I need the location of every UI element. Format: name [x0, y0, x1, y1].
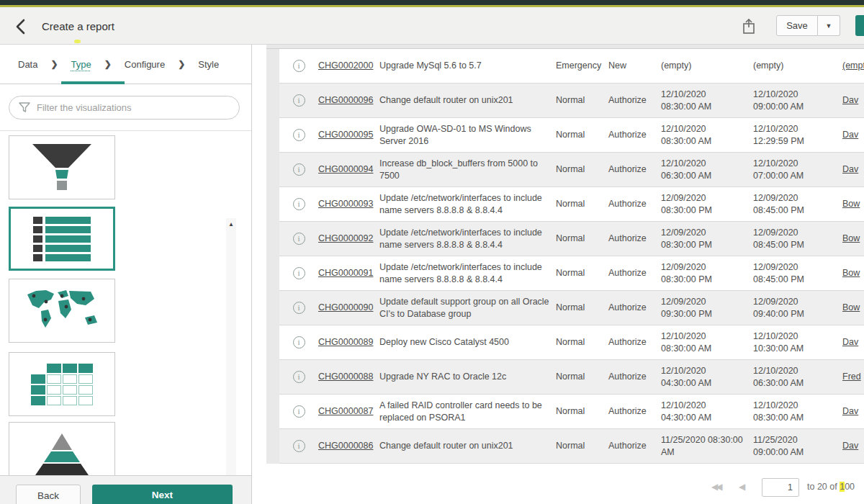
info-icon[interactable]: i	[293, 233, 305, 245]
funnel-chart-icon	[26, 143, 98, 193]
info-icon[interactable]: i	[293, 371, 305, 383]
change-number-link[interactable]: CHG0002000	[318, 60, 379, 72]
table-row: i CHG0000096 Change default router on un…	[279, 84, 864, 118]
short-description: Increase db_block_buffers from 5000 to 7…	[379, 158, 556, 181]
priority-value: Normal	[556, 371, 608, 383]
assignee-link[interactable]: Dav	[842, 405, 864, 418]
change-number-link[interactable]: CHG0000093	[318, 198, 379, 210]
state-value: Authorize	[608, 371, 661, 383]
state-value: Authorize	[608, 336, 661, 348]
viz-pyramid[interactable]	[9, 422, 115, 475]
info-icon[interactable]: i	[293, 405, 305, 418]
start-date-value: 12/09/2020 09:30:00 PM	[661, 296, 753, 320]
short-description: Change default router on unix201	[379, 440, 556, 452]
short-description: Upgrade NY RAC to Oracle 12c	[379, 371, 556, 383]
info-icon[interactable]: i	[293, 94, 305, 107]
next-button[interactable]: Next	[92, 485, 233, 504]
step-type[interactable]: Type	[71, 59, 91, 70]
change-number-link[interactable]: CHG0000094	[318, 163, 379, 176]
info-icon[interactable]: i	[293, 198, 305, 210]
visualization-list: ▲ ▼	[0, 130, 251, 475]
priority-value: Normal	[556, 94, 608, 107]
assignee-link[interactable]: Dav	[842, 163, 864, 176]
info-icon[interactable]: i	[293, 129, 305, 141]
table-row: i CHG0000094 Increase db_block_buffers f…	[279, 153, 864, 187]
state-value: Authorize	[608, 302, 661, 314]
end-date-value: 12/09/2020 08:45:00 PM	[753, 227, 842, 251]
assignee-link[interactable]: Fred	[842, 371, 864, 383]
first-page-icon[interactable]: ◀◀	[711, 482, 720, 492]
change-number-link[interactable]: CHG0000090	[318, 302, 379, 314]
priority-value: Normal	[556, 440, 608, 452]
assignee-link[interactable]: Dav	[842, 129, 864, 141]
visualization-filter	[9, 96, 240, 120]
start-date-value: 12/10/2020 04:30:00 AM	[661, 365, 753, 389]
heatmap-table-icon	[31, 364, 93, 405]
step-style[interactable]: Style	[198, 59, 219, 70]
table-row: i CHG0000093 Update /etc/network/interfa…	[279, 187, 864, 222]
info-icon[interactable]: i	[293, 302, 305, 314]
assignee-link[interactable]: (empty)	[842, 60, 864, 72]
scroll-up-icon[interactable]: ▲	[226, 220, 236, 230]
assignee-link[interactable]: Bow	[842, 233, 864, 245]
page-number-input[interactable]	[762, 478, 799, 497]
viz-heatmap-table[interactable]	[9, 352, 115, 416]
share-icon[interactable]	[740, 17, 757, 36]
change-number-link[interactable]: CHG0000095	[318, 129, 379, 141]
pagination-range-label: to 20 of 100	[807, 482, 855, 492]
table-row: i CHG0000091 Update /etc/network/interfa…	[279, 256, 864, 291]
end-date-value: 12/10/2020 09:00:00 AM	[753, 89, 842, 112]
change-number-link[interactable]: CHG0000092	[318, 233, 379, 245]
table-row: i CHG0000089 Deploy new Cisco Catalyst 4…	[279, 325, 864, 360]
info-icon[interactable]: i	[293, 440, 305, 452]
assignee-link[interactable]: Bow	[842, 267, 864, 279]
priority-value: Normal	[556, 336, 608, 348]
short-description: Update /etc/network/interfaces to includ…	[379, 192, 556, 216]
back-chevron-icon[interactable]	[13, 18, 32, 35]
filter-input[interactable]	[37, 102, 239, 113]
short-description: Change default router on unix201	[379, 94, 556, 107]
viz-bar-list[interactable]	[9, 207, 115, 271]
change-number-link[interactable]: CHG0000088	[318, 371, 379, 383]
change-number-link[interactable]: CHG0000096	[318, 94, 379, 107]
state-value: Authorize	[608, 163, 661, 176]
info-icon[interactable]: i	[293, 60, 305, 72]
top-banner-strip	[0, 0, 864, 5]
viz-world-map[interactable]	[9, 279, 115, 343]
short-description: Update default support group on all Orac…	[379, 296, 556, 320]
table-row: i CHG0000090 Update default support grou…	[279, 291, 864, 325]
viz-funnel-chart[interactable]	[9, 135, 115, 199]
assignee-link[interactable]: Bow	[842, 302, 864, 314]
change-number-link[interactable]: CHG0000089	[318, 336, 379, 348]
end-date-value: 12/10/2020 10:30:00 AM	[753, 330, 842, 354]
assignee-link[interactable]: Bow	[842, 198, 864, 210]
priority-value: Normal	[556, 233, 608, 245]
change-number-link[interactable]: CHG0000091	[318, 267, 379, 279]
state-value: Authorize	[608, 129, 661, 141]
table-row: i CHG0002000 Upgrade MySql 5.6 to 5.7 Em…	[279, 49, 864, 84]
filter-funnel-icon	[19, 102, 30, 113]
change-number-link[interactable]: CHG0000086	[318, 440, 379, 452]
state-value: Authorize	[608, 233, 661, 245]
state-value: Authorize	[608, 198, 661, 210]
start-date-value: 12/09/2020 08:30:00 PM	[661, 192, 753, 216]
end-date-value: 11/25/2020 09:00:00 AM	[753, 434, 842, 458]
change-number-link[interactable]: CHG0000087	[318, 405, 379, 418]
table-left-gutter	[266, 49, 279, 464]
cutoff-primary-button[interactable]	[855, 15, 864, 36]
state-value: Authorize	[608, 94, 661, 107]
assignee-link[interactable]: Dav	[842, 336, 864, 348]
back-button[interactable]: Back	[16, 485, 81, 504]
step-configure[interactable]: Configure	[125, 59, 165, 70]
previous-page-icon[interactable]: ◀	[739, 482, 745, 492]
step-data[interactable]: Data	[18, 59, 37, 70]
save-button[interactable]: Save	[776, 15, 818, 36]
info-icon[interactable]: i	[293, 336, 305, 348]
assignee-link[interactable]: Dav	[842, 94, 864, 107]
info-icon[interactable]: i	[293, 267, 305, 279]
end-date-value: (empty)	[753, 60, 842, 72]
save-dropdown-caret-icon[interactable]: ▼	[818, 15, 840, 36]
info-icon[interactable]: i	[293, 163, 305, 176]
wizard-breadcrumb: Data ❯ Type ❯ Configure ❯ Style	[0, 45, 251, 84]
assignee-link[interactable]: Dav	[842, 440, 864, 452]
